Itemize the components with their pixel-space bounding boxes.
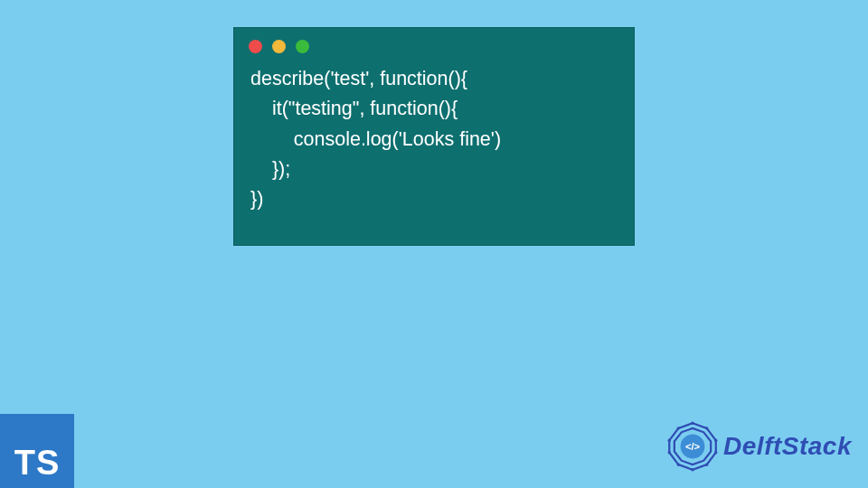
code-line: }); [250, 158, 290, 180]
code-line: }) [250, 188, 263, 210]
svg-point-7 [714, 451, 717, 454]
zoom-icon[interactable] [296, 40, 309, 53]
code-window: describe('test', function(){ it("testing… [233, 27, 635, 246]
svg-point-12 [668, 439, 671, 442]
svg-point-4 [691, 422, 693, 425]
code-line: it("testing", function(){ [250, 98, 458, 119]
close-icon[interactable] [249, 40, 262, 53]
svg-point-6 [714, 439, 717, 442]
typescript-logo: TS [0, 414, 74, 488]
brand: </> DelftStack [667, 421, 852, 472]
code-line: console.log('Looks fine') [250, 128, 501, 150]
svg-text:</>: </> [685, 441, 701, 452]
code-line: describe('test', function(){ [250, 68, 467, 89]
window-titlebar [234, 28, 634, 59]
code-block: describe('test', function(){ it("testing… [234, 59, 634, 230]
svg-point-10 [677, 463, 680, 465]
brand-name: DelftStack [723, 432, 852, 461]
svg-point-11 [668, 451, 671, 454]
svg-point-13 [677, 427, 680, 429]
code-emblem-icon: </> [667, 421, 718, 472]
svg-point-8 [705, 463, 708, 465]
svg-point-5 [705, 427, 708, 429]
svg-point-9 [691, 468, 693, 471]
minimize-icon[interactable] [272, 40, 286, 53]
typescript-logo-label: TS [14, 444, 61, 483]
